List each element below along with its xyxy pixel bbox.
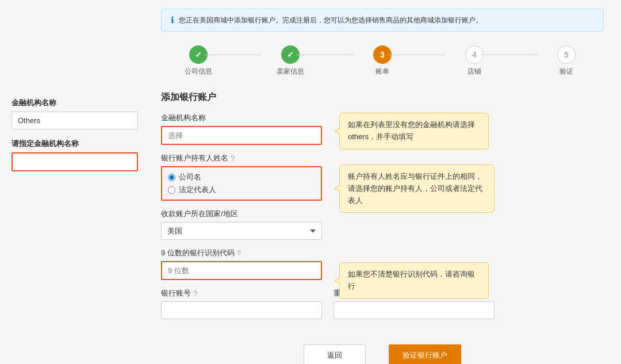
tooltip-institution: 如果在列表里没有您的金融机构请选择others，并手动填写 bbox=[339, 113, 489, 150]
form-container: 金融机构名称 银行账户持有人姓名 ? 公司名 法定代表人 bbox=[161, 113, 604, 327]
country-group: 收款账户所在国家/地区 美国 bbox=[161, 209, 604, 240]
help-icon-holder: ? bbox=[231, 154, 235, 163]
left-specify-label: 请指定金融机构名称 bbox=[12, 139, 138, 149]
left-panel: 金融机构名称 Others 请指定金融机构名称 bbox=[0, 0, 150, 364]
step-1-label: 公司信息 bbox=[185, 67, 212, 76]
left-specify-input[interactable] bbox=[12, 152, 138, 171]
back-button[interactable]: 返回 bbox=[304, 344, 366, 364]
step-2: ✓ 卖家信息 bbox=[262, 45, 319, 76]
tooltip-routing: 如果您不清楚银行识别代码，请咨询银行 bbox=[339, 262, 489, 299]
help-icon-routing: ? bbox=[237, 249, 241, 258]
radio-legal-rep[interactable]: 法定代表人 bbox=[168, 185, 315, 195]
help-icon-account: ? bbox=[193, 289, 197, 298]
account-holder-label: 银行账户持有人姓名 ? bbox=[161, 153, 604, 163]
radio-legal-rep-input[interactable] bbox=[168, 186, 175, 194]
left-institution-label: 金融机构名称 bbox=[12, 98, 138, 108]
country-select[interactable]: 美国 bbox=[161, 222, 322, 240]
info-banner: ℹ 您正在美国商城中添加银行账户。完成注册后，您可以为您选择销售商品的其他商城添… bbox=[161, 9, 604, 32]
bank-account-reenter-input[interactable] bbox=[334, 301, 494, 319]
step-5-label: 验证 bbox=[559, 67, 573, 76]
banner-text: 您正在美国商城中添加银行账户。完成注册后，您可以为您选择销售商品的其他商城添加银… bbox=[179, 16, 482, 25]
bank-account-label: 银行账号 ? bbox=[161, 288, 322, 298]
info-icon: ℹ bbox=[171, 15, 174, 25]
step-1: ✓ 公司信息 bbox=[170, 45, 227, 76]
step-2-circle: ✓ bbox=[281, 45, 300, 64]
routing-input[interactable] bbox=[161, 261, 322, 280]
step-4-circle: 4 bbox=[465, 45, 484, 64]
step-1-circle: ✓ bbox=[189, 45, 208, 64]
bottom-actions: 返回 验证银行账户 bbox=[161, 344, 604, 364]
bank-account-input[interactable] bbox=[161, 301, 322, 319]
step-3-label: 账单 bbox=[375, 67, 389, 76]
step-2-label: 卖家信息 bbox=[277, 67, 304, 76]
radio-company[interactable]: 公司名 bbox=[168, 172, 315, 182]
tooltip-holder: 账户持有人姓名应与银行证件上的相同，请选择您的账户持有人，公司或者法定代表人 bbox=[339, 164, 494, 213]
step-4-label: 店铺 bbox=[467, 67, 481, 76]
steps-bar: ✓ 公司信息 ✓ 卖家信息 3 账单 4 店铺 bbox=[161, 45, 604, 76]
step-3: 3 账单 bbox=[354, 45, 411, 76]
step-4: 4 店铺 bbox=[446, 45, 503, 76]
radio-company-input[interactable] bbox=[168, 174, 175, 181]
routing-label: 9 位数的银行识别代码 ? bbox=[161, 248, 604, 258]
step-5: 5 验证 bbox=[538, 45, 595, 76]
radio-group-holder: 公司名 法定代表人 bbox=[161, 166, 322, 201]
main-content: ℹ 您正在美国商城中添加银行账户。完成注册后，您可以为您选择销售商品的其他商城添… bbox=[150, 0, 621, 364]
institution-input[interactable] bbox=[161, 126, 322, 145]
left-institution-value: Others bbox=[12, 112, 138, 129]
form-title: 添加银行账户 bbox=[161, 91, 604, 104]
verify-button[interactable]: 验证银行账户 bbox=[389, 344, 461, 364]
bank-account-group: 银行账号 ? bbox=[161, 288, 322, 319]
page-wrapper: 金融机构名称 Others 请指定金融机构名称 ℹ 您正在美国商城中添加银行账户… bbox=[0, 0, 621, 364]
step-5-circle: 5 bbox=[557, 45, 576, 64]
step-3-circle: 3 bbox=[373, 45, 392, 64]
